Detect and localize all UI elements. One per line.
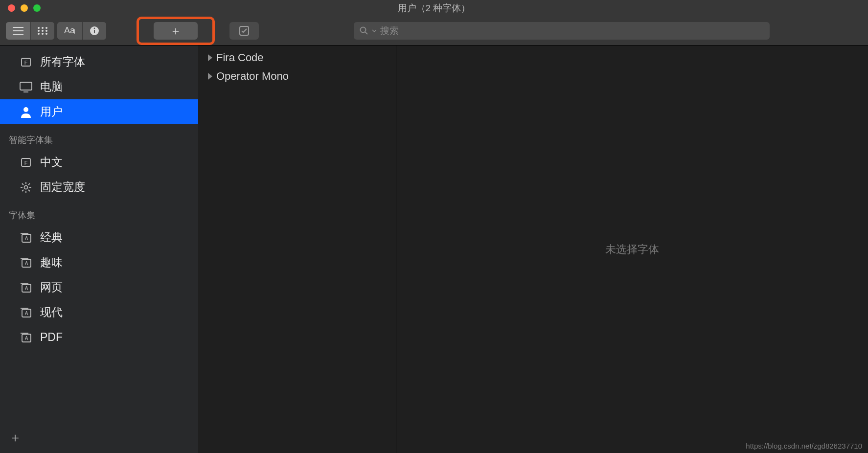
checkmark-box-icon <box>239 25 250 36</box>
svg-point-11 <box>93 27 95 29</box>
collection-icon: A <box>20 231 32 244</box>
svg-point-19 <box>23 107 28 112</box>
sidebar-item-pdf[interactable]: APDF <box>0 325 198 350</box>
svg-point-22 <box>24 185 28 189</box>
svg-point-7 <box>42 33 44 35</box>
window-title: 用户（2 种字体） <box>398 2 471 15</box>
preview-empty-text: 未选择字体 <box>605 242 659 257</box>
sidebar-item-label: 固定宽度 <box>40 180 85 195</box>
sidebar-item-fixed-width[interactable]: 固定宽度 <box>0 175 198 200</box>
plus-icon: ＋ <box>170 23 182 39</box>
svg-line-28 <box>28 190 30 191</box>
sidebar-item-label: 网页 <box>40 280 63 295</box>
sidebar-item-chinese[interactable]: F中文 <box>0 150 198 175</box>
font-library-icon: F <box>20 56 32 68</box>
sidebar-heading: 字体集 <box>0 200 198 225</box>
list-icon <box>13 27 23 35</box>
disclosure-triangle-icon[interactable] <box>208 73 212 80</box>
titlebar: 用户（2 种字体） <box>0 0 868 16</box>
sidebar-item-computer[interactable]: 电脑 <box>0 74 198 99</box>
sidebar-item-user[interactable]: 用户 <box>0 99 198 124</box>
sidebar-item-label: 经典 <box>40 230 63 245</box>
window-controls <box>0 4 41 12</box>
svg-point-3 <box>38 30 40 32</box>
svg-point-1 <box>42 27 44 29</box>
svg-point-5 <box>46 30 47 32</box>
search-icon <box>360 26 368 35</box>
collection-icon: A <box>20 331 32 344</box>
svg-rect-17 <box>20 82 32 90</box>
cursor-icon: | <box>74 29 75 34</box>
sidebar-item-label: 电脑 <box>40 79 63 94</box>
svg-point-6 <box>38 33 40 35</box>
sidebar-item-label: 所有字体 <box>40 54 85 69</box>
add-collection-button[interactable]: ＋ <box>9 429 22 446</box>
font-list-item[interactable]: Operator Mono <box>198 67 396 86</box>
main-content: F所有字体电脑用户智能字体集F中文固定宽度字体集A经典A趣味A网页A现代APDF… <box>0 45 868 453</box>
svg-line-27 <box>22 183 23 185</box>
add-button-highlight: ＋ <box>137 17 215 45</box>
svg-line-14 <box>365 32 367 34</box>
sidebar-heading: 智能字体集 <box>0 124 198 150</box>
info-icon <box>90 26 99 36</box>
plus-icon: ＋ <box>9 430 22 445</box>
sidebar: F所有字体电脑用户智能字体集F中文固定宽度字体集A经典A趣味A网页A现代APDF… <box>0 45 198 453</box>
search-field[interactable] <box>354 22 770 40</box>
svg-text:A: A <box>25 236 28 241</box>
toolbar: Aa| ＋ <box>0 16 868 45</box>
user-icon <box>20 106 32 118</box>
validate-font-button[interactable] <box>229 22 259 40</box>
text-sample-icon: Aa <box>64 25 75 36</box>
svg-text:A: A <box>25 336 28 341</box>
svg-text:A: A <box>25 311 28 316</box>
svg-point-0 <box>38 27 40 29</box>
collection-icon: A <box>20 256 32 269</box>
grid-view-button[interactable] <box>31 22 54 40</box>
svg-rect-10 <box>94 30 95 33</box>
svg-point-8 <box>46 33 47 35</box>
watermark-text: https://blog.csdn.net/zgd826237710 <box>746 442 862 450</box>
grid-icon <box>38 27 47 35</box>
close-window-button[interactable] <box>8 4 15 12</box>
chevron-down-icon <box>372 29 376 33</box>
minimize-window-button[interactable] <box>21 4 28 12</box>
svg-line-30 <box>28 183 30 185</box>
sidebar-item-label: PDF <box>40 331 63 344</box>
svg-text:A: A <box>25 261 28 266</box>
zoom-window-button[interactable] <box>33 4 41 12</box>
gear-icon <box>20 181 32 194</box>
font-list: Fira CodeOperator Mono <box>198 45 396 453</box>
view-mode-group <box>6 22 54 40</box>
add-font-button[interactable]: ＋ <box>154 22 198 40</box>
font-name: Fira Code <box>216 51 264 64</box>
sidebar-item-label: 用户 <box>40 104 63 119</box>
svg-line-29 <box>22 190 23 191</box>
sidebar-item-modern[interactable]: A现代 <box>0 300 198 325</box>
sample-text-button[interactable]: Aa| <box>57 22 83 40</box>
font-library-icon: F <box>20 156 32 169</box>
font-list-item[interactable]: Fira Code <box>198 48 396 67</box>
search-input[interactable] <box>380 25 764 36</box>
sidebar-item-web[interactable]: A网页 <box>0 275 198 300</box>
collection-icon: A <box>20 281 32 294</box>
display-icon <box>20 81 32 93</box>
svg-point-2 <box>46 27 47 29</box>
sidebar-item-label: 趣味 <box>40 255 63 270</box>
sidebar-item-classic[interactable]: A经典 <box>0 225 198 250</box>
svg-point-13 <box>361 27 366 32</box>
disclosure-triangle-icon[interactable] <box>208 54 212 61</box>
sidebar-item-label: 现代 <box>40 305 63 320</box>
list-view-button[interactable] <box>6 22 31 40</box>
preview-pane: 未选择字体 https://blog.csdn.net/zgd826237710 <box>396 45 868 453</box>
svg-text:F: F <box>24 160 28 166</box>
collection-icon: A <box>20 306 32 319</box>
sidebar-item-fun[interactable]: A趣味 <box>0 250 198 275</box>
font-name: Operator Mono <box>216 70 289 83</box>
sidebar-item-all-fonts[interactable]: F所有字体 <box>0 49 198 74</box>
svg-point-4 <box>42 30 44 32</box>
svg-text:A: A <box>25 286 28 291</box>
sidebar-item-label: 中文 <box>40 155 63 170</box>
svg-text:F: F <box>24 60 28 66</box>
info-button[interactable] <box>83 22 106 40</box>
inspect-group: Aa| <box>57 22 106 40</box>
